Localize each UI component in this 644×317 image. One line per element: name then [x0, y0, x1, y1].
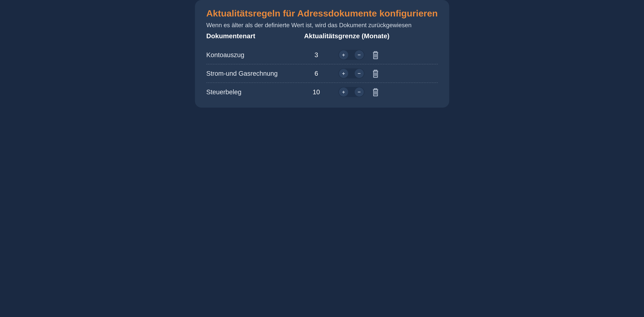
header-limit: Aktualitätsgrenze (Monate): [304, 32, 438, 40]
table-row: Kontoauszug 3 + −: [206, 46, 438, 64]
delete-button[interactable]: [371, 87, 380, 97]
plus-icon: +: [342, 52, 345, 58]
trash-icon: [372, 69, 380, 78]
delete-button[interactable]: [371, 50, 380, 60]
decrement-button[interactable]: −: [355, 87, 364, 97]
config-panel: Aktualitätsregeln für Adressdokumente ko…: [195, 0, 449, 108]
quantity-stepper: + −: [338, 50, 364, 60]
row-value: 10: [304, 88, 328, 96]
row-value: 3: [304, 51, 328, 59]
row-controls: + −: [328, 87, 438, 97]
row-label: Steuerbeleg: [206, 88, 304, 96]
minus-icon: −: [358, 89, 361, 95]
panel-subtitle: Wenn es älter als der definierte Wert is…: [206, 22, 438, 29]
decrement-button[interactable]: −: [355, 69, 364, 78]
decrement-button[interactable]: −: [355, 50, 364, 59]
row-controls: + −: [328, 68, 438, 79]
minus-icon: −: [358, 52, 361, 58]
plus-icon: +: [342, 70, 345, 76]
quantity-stepper: + −: [338, 68, 364, 78]
panel-title: Aktualitätsregeln für Adressdokumente ko…: [206, 8, 438, 18]
trash-icon: [372, 50, 380, 59]
table-headers: Dokumentenart Aktualitätsgrenze (Monate): [206, 32, 438, 40]
table-row: Strom-und Gasrechnung 6 + −: [206, 64, 438, 83]
header-doctype: Dokumentenart: [206, 32, 304, 40]
trash-icon: [372, 87, 380, 97]
row-value: 6: [304, 70, 328, 77]
increment-button[interactable]: +: [339, 87, 348, 97]
row-controls: + −: [328, 50, 438, 60]
delete-button[interactable]: [371, 68, 380, 79]
increment-button[interactable]: +: [339, 69, 348, 78]
plus-icon: +: [342, 89, 345, 95]
row-label: Strom-und Gasrechnung: [206, 70, 304, 77]
quantity-stepper: + −: [338, 87, 364, 97]
increment-button[interactable]: +: [339, 50, 348, 59]
minus-icon: −: [358, 70, 361, 76]
table-row: Steuerbeleg 10 + −: [206, 83, 438, 101]
row-label: Kontoauszug: [206, 51, 304, 59]
